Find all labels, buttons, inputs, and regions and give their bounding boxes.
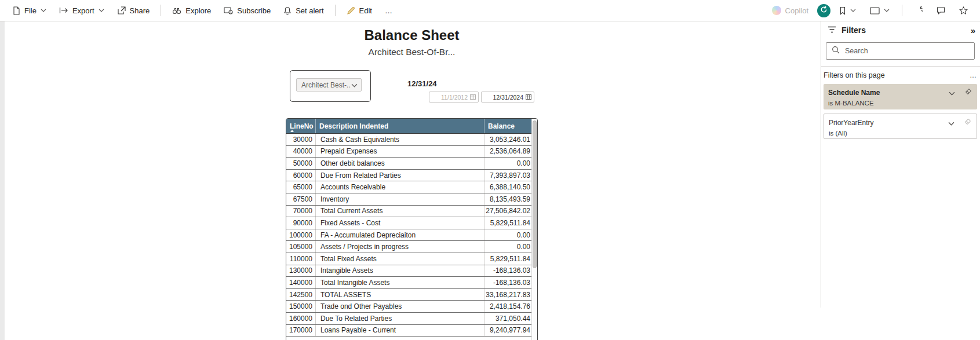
explore-label: Explore <box>185 6 211 15</box>
table-scrollbar[interactable] <box>531 119 537 340</box>
chevron-down-icon[interactable] <box>948 118 955 128</box>
table-row[interactable]: 65000Accounts Receivable6,388,140.50 <box>286 181 531 193</box>
more-options-button[interactable]: … <box>380 3 398 18</box>
cell-description: Prepaid Expenses <box>316 146 484 158</box>
toolbar-divider <box>161 5 161 16</box>
section-more-options-icon[interactable]: … <box>970 71 977 79</box>
table-row[interactable]: 60000Due From Related Parties7,393,897.0… <box>286 170 531 182</box>
filters-on-page-section: Filters on this page … <box>824 70 977 81</box>
filters-pane-rule <box>821 66 980 67</box>
table-header-row: LineNo Description Indented Balance <box>286 119 537 134</box>
cell-description: Trade ond Other Payables <box>316 301 484 312</box>
table-row[interactable]: 40000Prepaid Expenses2,536,064.89 <box>286 146 531 158</box>
table-row[interactable]: 105000Assets / Projects in progress0.00 <box>286 241 531 253</box>
filters-panel-divider <box>821 21 821 308</box>
column-header-balance[interactable]: Balance <box>484 119 531 133</box>
cell-balance: 5,829,511.84 <box>484 253 531 265</box>
date-from-input[interactable]: 11/1/2012 <box>429 92 479 103</box>
update-app-button[interactable] <box>817 4 830 17</box>
bookmarks-button[interactable] <box>834 3 861 18</box>
filters-search-box[interactable] <box>826 42 975 60</box>
cell-balance: 8,135,493.59 <box>484 193 531 205</box>
cell-balance: -168,136.03 <box>484 277 531 288</box>
balance-sheet-table: LineNo Description Indented Balance 3000… <box>286 118 538 340</box>
copilot-label: Copilot <box>785 6 808 15</box>
star-icon <box>959 6 968 14</box>
chevron-down-icon[interactable] <box>949 87 955 98</box>
view-mode-button[interactable] <box>865 4 895 17</box>
bookmark-icon <box>839 6 846 15</box>
sort-ascending-icon <box>290 130 294 132</box>
chevron-down-icon <box>884 9 890 12</box>
edit-button[interactable]: Edit <box>341 3 377 18</box>
filter-name: PriorYearEntry <box>829 119 943 127</box>
cell-lineno: 60000 <box>286 170 316 181</box>
table-row[interactable]: 170000Loans Payable - Current9,240,977.9… <box>286 325 531 337</box>
binoculars-icon <box>172 6 181 14</box>
favorite-button[interactable] <box>954 3 973 17</box>
cell-lineno: 70000 <box>286 206 316 217</box>
share-label: Share <box>130 6 150 15</box>
cell-lineno: 30000 <box>286 134 316 145</box>
table-row[interactable]: 67500Inventory8,135,493.59 <box>286 193 531 206</box>
canvas-left-gutter <box>0 21 5 340</box>
share-button[interactable]: Share <box>112 3 155 18</box>
table-row[interactable]: 30000Cash & Cash Equivalents3,053,246.01 <box>286 134 531 146</box>
date-from-value: 11/1/2012 <box>441 94 468 101</box>
table-row[interactable]: 142500TOTAL ASSETS33,168,217.83 <box>286 289 531 301</box>
set-alert-button[interactable]: Set alert <box>278 3 329 18</box>
cell-balance: 0.00 <box>484 241 531 253</box>
edit-label: Edit <box>359 6 372 15</box>
table-scrollbar-thumb[interactable] <box>533 120 537 268</box>
collapse-pane-icon[interactable]: » <box>971 25 975 35</box>
cell-balance: 6,388,140.50 <box>484 181 531 193</box>
table-row[interactable]: 50000Other debit balances0.00 <box>286 158 531 170</box>
eraser-icon[interactable] <box>964 87 972 98</box>
copilot-button[interactable]: Copilot <box>767 3 814 18</box>
page-title: Balance Sheet <box>286 27 538 43</box>
report-date-card: 12/31/24 <box>407 79 437 88</box>
filter-icon <box>828 25 836 35</box>
cell-description: Due From Related Parties <box>316 170 484 181</box>
calendar-icon <box>526 94 531 101</box>
cell-lineno: 140000 <box>286 277 316 288</box>
table-row[interactable]: 110000Total Fixed Assets5,829,511.84 <box>286 253 531 265</box>
table-row[interactable]: 160000Due To Related Parties371,050.44 <box>286 313 531 325</box>
column-header-description[interactable]: Description Indented <box>316 119 484 133</box>
table-row[interactable]: 70000Total Current Assets27,506,842.02 <box>286 206 531 218</box>
cell-balance: 0.00 <box>484 229 531 241</box>
calendar-icon <box>470 94 476 101</box>
table-row[interactable]: 140000Total Intangible Assets-168,136.03 <box>286 277 531 289</box>
table-row[interactable]: 90000Fixed Assets - Cost5,829,511.84 <box>286 217 531 229</box>
table-row[interactable]: 100000FA - Accumulated Depreciaiton0.00 <box>286 229 531 242</box>
cell-balance: 9,240,977.94 <box>484 325 531 337</box>
explore-button[interactable]: Explore <box>167 3 216 18</box>
slicer-dropdown[interactable]: Architect Best-... <box>296 78 362 92</box>
filter-condition: is M-BALANCE <box>828 100 972 107</box>
refresh-button[interactable] <box>909 3 928 17</box>
date-to-input[interactable]: 12/31/2024 <box>481 92 534 103</box>
bell-icon <box>283 6 292 15</box>
column-header-description-label: Description Indented <box>319 122 388 130</box>
filters-on-page-label: Filters on this page <box>824 71 970 79</box>
filters-search-input[interactable] <box>845 47 969 55</box>
cell-description: Total Fixed Assets <box>316 253 484 265</box>
table-row[interactable]: 150000Trade ond Other Payables2,418,154.… <box>286 301 531 313</box>
cell-lineno: 40000 <box>286 146 316 158</box>
filter-card-schedule-name[interactable]: Schedule Name is M-BALANCE <box>824 84 977 109</box>
file-menu-button[interactable]: File <box>7 3 52 18</box>
subscribe-button[interactable]: Subscribe <box>218 3 276 18</box>
column-header-lineno[interactable]: LineNo <box>286 119 316 133</box>
cell-description: Assets / Projects in progress <box>316 241 484 253</box>
eraser-icon[interactable] <box>964 118 972 128</box>
comments-button[interactable] <box>931 3 950 17</box>
filter-card-prior-year-entry[interactable]: PriorYearEntry is (All) <box>824 114 977 139</box>
export-menu-button[interactable]: Export <box>54 3 110 18</box>
filters-pane-header: Filters » <box>828 24 975 36</box>
cell-balance: -168,136.03 <box>484 265 531 277</box>
share-icon <box>117 6 126 14</box>
cell-description: Accounts Receivable <box>316 181 484 193</box>
app-window: File Export Share <box>0 0 980 340</box>
table-row[interactable]: 130000Intangible Assets-168,136.03 <box>286 265 531 277</box>
cell-description: Due To Related Parties <box>316 313 484 324</box>
